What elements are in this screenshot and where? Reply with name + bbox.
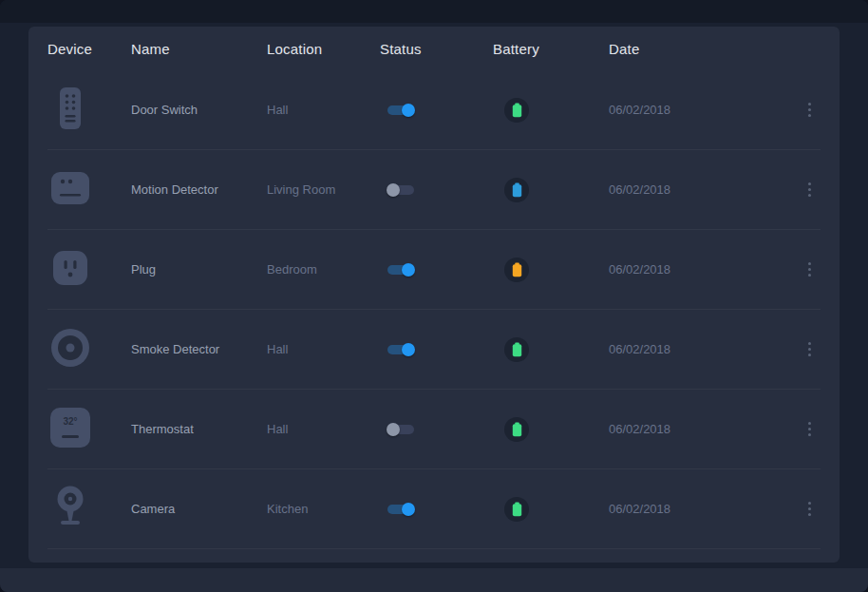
device-icon-cell: [47, 485, 93, 534]
device-name: Plug: [131, 262, 267, 277]
battery-cell: [493, 178, 609, 202]
battery-indicator: [504, 98, 529, 123]
toggle-knob: [387, 183, 400, 197]
device-date: 06/02/2018: [609, 422, 783, 436]
device-icon-cell: 32°: [47, 407, 93, 452]
status-cell: [380, 341, 493, 358]
battery-cell: [493, 337, 609, 362]
table-row: Camera Kitchen 06/02/2018: [47, 469, 821, 549]
device-icon-cell: [47, 171, 93, 209]
battery-cell: [493, 497, 609, 522]
device-table-body: Door Switch Hall 06/02/2018 Motion Detec…: [47, 70, 821, 549]
row-menu-button[interactable]: [798, 496, 821, 523]
footer-strip: [0, 568, 868, 592]
device-name: Door Switch: [131, 103, 267, 117]
motion-detector-icon: [50, 171, 90, 209]
device-location: Hall: [267, 342, 380, 356]
status-toggle[interactable]: [387, 185, 414, 195]
battery-icon: [512, 182, 522, 198]
status-cell: [380, 421, 493, 438]
status-cell: [380, 102, 493, 119]
status-toggle[interactable]: [387, 345, 414, 354]
column-header-status: Status: [380, 41, 493, 57]
column-header-date: Date: [609, 41, 783, 57]
toggle-knob: [402, 104, 415, 117]
battery-cell: [493, 258, 609, 282]
device-icon-cell: [47, 328, 93, 372]
battery-indicator: [504, 497, 529, 522]
status-toggle[interactable]: [387, 505, 414, 514]
toggle-knob: [387, 423, 400, 436]
battery-indicator: [504, 337, 529, 362]
smoke-detector-icon: [50, 328, 90, 372]
status-cell: [380, 181, 493, 199]
status-cell: [380, 261, 493, 278]
top-strip: [0, 0, 868, 23]
device-name: Motion Detector: [131, 182, 267, 197]
row-menu-button[interactable]: [798, 177, 821, 203]
device-icon-cell: [47, 250, 93, 290]
device-date: 06/02/2018: [609, 182, 783, 197]
toggle-knob: [402, 263, 415, 277]
camera-icon: [50, 485, 90, 534]
device-location: Hall: [267, 422, 380, 436]
status-toggle[interactable]: [387, 265, 414, 275]
svg-text:32°: 32°: [63, 416, 77, 427]
column-header-location: Location: [267, 41, 380, 57]
battery-icon: [512, 262, 522, 277]
thermostat-icon: 32°: [49, 407, 91, 452]
battery-icon: [512, 103, 522, 118]
status-cell: [380, 501, 493, 518]
battery-indicator: [504, 178, 529, 202]
table-row: Motion Detector Living Room 06/02/2018: [47, 150, 821, 230]
column-header-battery: Battery: [493, 41, 609, 57]
table-row: Plug Bedroom 06/02/2018: [47, 230, 821, 310]
device-table-panel: Device Name Location Status Battery Date…: [28, 27, 840, 563]
table-row: 32° Thermostat Hall 06/02/2018: [47, 390, 821, 469]
device-date: 06/02/2018: [609, 342, 783, 356]
status-toggle[interactable]: [387, 425, 414, 434]
device-name: Smoke Detector: [131, 342, 267, 356]
table-header-row: Device Name Location Status Battery Date: [47, 27, 821, 70]
battery-cell: [493, 98, 609, 123]
device-date: 06/02/2018: [609, 502, 783, 516]
battery-indicator: [504, 417, 529, 442]
column-header-name: Name: [131, 41, 267, 57]
remote-icon: [59, 86, 82, 134]
device-location: Bedroom: [267, 262, 380, 277]
plug-icon: [52, 250, 88, 290]
table-row: Door Switch Hall 06/02/2018: [47, 70, 821, 150]
toggle-knob: [402, 343, 415, 356]
device-date: 06/02/2018: [609, 103, 783, 117]
column-header-device: Device: [47, 41, 131, 57]
battery-icon: [512, 502, 522, 517]
device-name: Camera: [131, 502, 267, 516]
row-menu-button[interactable]: [798, 336, 821, 363]
status-toggle[interactable]: [387, 105, 414, 115]
toggle-knob: [402, 503, 415, 516]
battery-icon: [512, 422, 522, 437]
row-menu-button[interactable]: [798, 416, 821, 443]
device-location: Living Room: [267, 182, 380, 197]
device-location: Kitchen: [267, 502, 380, 516]
device-name: Thermostat: [131, 422, 267, 436]
battery-cell: [493, 417, 609, 442]
row-menu-button[interactable]: [798, 97, 821, 124]
app-window: Device Name Location Status Battery Date…: [0, 0, 868, 592]
device-date: 06/02/2018: [609, 262, 783, 277]
device-location: Hall: [267, 103, 380, 117]
battery-icon: [512, 342, 522, 357]
table-row: Smoke Detector Hall 06/02/2018: [47, 310, 821, 390]
battery-indicator: [504, 258, 529, 282]
device-icon-cell: [47, 86, 93, 134]
row-menu-button[interactable]: [798, 257, 821, 283]
